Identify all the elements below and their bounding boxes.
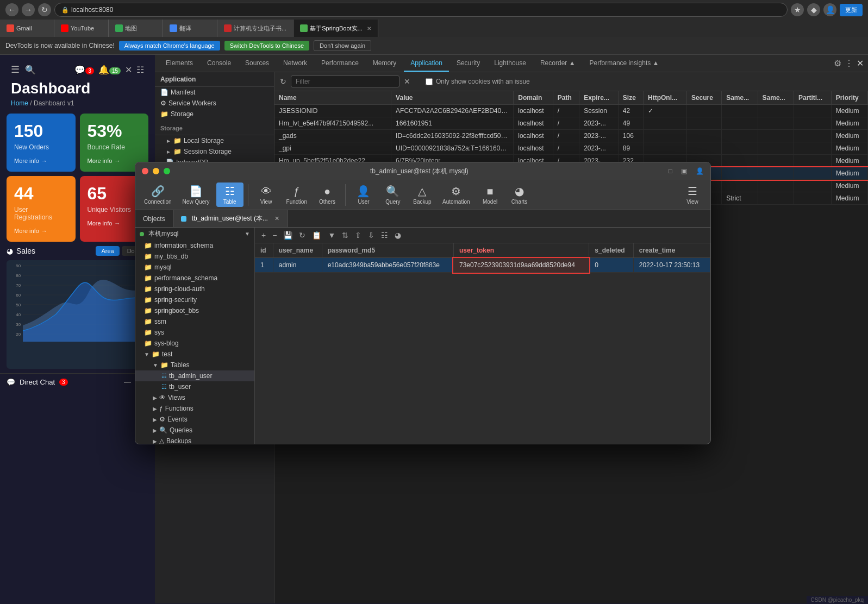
col-size[interactable]: Size bbox=[618, 91, 643, 105]
window-close-button[interactable] bbox=[142, 168, 148, 174]
col-priority[interactable]: Priority bbox=[831, 91, 867, 105]
card-orders-more[interactable]: More info → bbox=[14, 158, 68, 164]
commit-button[interactable]: 💾 bbox=[281, 230, 295, 241]
chart-data-button[interactable]: ☷ bbox=[379, 230, 390, 241]
match-language-button[interactable]: Always match Chrome's language bbox=[119, 41, 220, 51]
chat-minimize-icon[interactable]: — bbox=[124, 378, 131, 386]
tp-db-sys[interactable]: 📁 sys bbox=[135, 327, 254, 338]
col-domain[interactable]: Domain bbox=[514, 91, 553, 105]
dt-tab-sources[interactable]: Sources bbox=[239, 55, 276, 72]
dt-tab-perf-insights[interactable]: Performance insights ▲ bbox=[583, 55, 666, 72]
nav-refresh-button[interactable]: ↻ bbox=[38, 3, 51, 16]
update-button[interactable]: 更新 bbox=[840, 4, 863, 16]
col-samesite1[interactable]: Same... bbox=[722, 91, 758, 105]
tp-root-connection[interactable]: 本机mysql ▼ bbox=[135, 228, 254, 240]
tp-db-mysql[interactable]: 📁 mysql bbox=[135, 262, 254, 273]
visualize-button[interactable]: ◕ bbox=[392, 230, 403, 241]
card-reg-more[interactable]: More info → bbox=[14, 228, 68, 234]
cookie-row-hmlvt[interactable]: Hm_lvt_e5ef47b9f4715049592... 1661601951… bbox=[274, 117, 868, 130]
dt-tab-elements[interactable]: Elements bbox=[159, 55, 199, 72]
filter-data-button[interactable]: ▼ bbox=[326, 230, 338, 241]
breadcrumb-home[interactable]: Home bbox=[11, 99, 28, 107]
tp-tab-objects[interactable]: Objects bbox=[135, 210, 173, 227]
tp-views-node[interactable]: ▶ 👁 Views bbox=[135, 392, 254, 403]
col-samesite2[interactable]: Same... bbox=[758, 91, 794, 105]
tp-tab-admin-user[interactable]: tb_admin_user@test (本... ✕ bbox=[173, 210, 288, 227]
user-icon[interactable]: 👤 bbox=[696, 167, 704, 175]
export-button[interactable]: ⇧ bbox=[353, 230, 364, 241]
nav-back-button[interactable]: ← bbox=[5, 3, 18, 16]
switch-chinese-button[interactable]: Switch DevTools to Chinese bbox=[224, 41, 309, 51]
connection-button[interactable]: 🔗 Connection bbox=[140, 183, 176, 207]
card-bounce-more[interactable]: More info → bbox=[88, 158, 141, 164]
tp-db-spring-sec[interactable]: 📁 spring-security bbox=[135, 294, 254, 305]
col-value[interactable]: Value bbox=[391, 91, 514, 105]
messages-icon[interactable]: 💬3 bbox=[74, 65, 94, 75]
tab-gmail[interactable]: Gmail bbox=[0, 20, 54, 37]
view-toggle-icon[interactable]: □ bbox=[669, 167, 672, 175]
add-row-button[interactable]: + bbox=[259, 230, 268, 241]
card-visitors-more[interactable]: More info → bbox=[88, 220, 141, 226]
window-maximize-button[interactable] bbox=[164, 168, 170, 174]
col-path[interactable]: Path bbox=[553, 91, 579, 105]
col-name[interactable]: Name bbox=[274, 91, 391, 105]
col-user-token[interactable]: user_token bbox=[453, 243, 589, 258]
tp-db-springboot-bbs[interactable]: 📁 springboot_bbs bbox=[135, 305, 254, 316]
grid-icon[interactable]: ☷ bbox=[136, 65, 144, 75]
dt-tab-recorder[interactable]: Recorder ▲ bbox=[534, 55, 582, 72]
tp-db-my-bbs[interactable]: 📁 my_bbs_db bbox=[135, 251, 254, 262]
charts-button[interactable]: ◕ Charts bbox=[506, 183, 533, 207]
col-secure[interactable]: Secure bbox=[686, 91, 721, 105]
refresh-data-button[interactable]: ↻ bbox=[297, 230, 308, 241]
tab-maps[interactable]: 地图 bbox=[109, 20, 163, 37]
col-httponly[interactable]: HttpOnl... bbox=[644, 91, 687, 105]
tp-db-sys-blog[interactable]: 📁 sys-blog bbox=[135, 338, 254, 349]
col-id[interactable]: id bbox=[255, 243, 273, 258]
dt-tab-memory[interactable]: Memory bbox=[366, 55, 403, 72]
tp-db-ssm[interactable]: 📁 ssm bbox=[135, 316, 254, 327]
view-button[interactable]: 👁 View bbox=[253, 183, 280, 207]
data-row-1[interactable]: 1 admin e10adc3949ba59abbe56e057f20f883e… bbox=[255, 258, 710, 273]
function-button[interactable]: ƒ Function bbox=[282, 183, 311, 207]
cookie-issue-checkbox[interactable] bbox=[426, 78, 433, 85]
user-button[interactable]: 👤 User bbox=[350, 183, 377, 207]
dt-tab-network[interactable]: Network bbox=[277, 55, 314, 72]
devtools-more-icon[interactable]: ⋮ bbox=[845, 58, 853, 68]
hamburger-icon[interactable]: ☰ bbox=[11, 64, 20, 76]
col-s-deleted[interactable]: s_deleted bbox=[589, 243, 633, 258]
cookie-row-gpi[interactable]: _gpi UID=00000921838a752a:T=1661602073:R… bbox=[274, 142, 868, 155]
automation-button[interactable]: ⚙ Automation bbox=[438, 183, 474, 207]
notifications-icon[interactable]: 🔔15 bbox=[98, 65, 121, 75]
dt-tab-security[interactable]: Security bbox=[450, 55, 486, 72]
tp-tables-node[interactable]: ▼ 📁 Tables bbox=[135, 360, 254, 370]
tp-backups-node[interactable]: ▶ △ Backups bbox=[135, 436, 254, 444]
tree-session-storage[interactable]: ► 📁 Session Storage bbox=[155, 146, 274, 157]
view-right-button[interactable]: ☰ View bbox=[679, 183, 706, 207]
tp-db-perf[interactable]: 📁 performance_schema bbox=[135, 273, 254, 284]
dt-tab-console[interactable]: Console bbox=[201, 55, 238, 72]
devtools-close-icon[interactable]: ✕ bbox=[857, 58, 864, 68]
tab-close-icon[interactable]: ✕ bbox=[367, 26, 371, 32]
tab-csdn[interactable]: 计算机专业电子书... bbox=[217, 20, 294, 37]
dt-tab-performance[interactable]: Performance bbox=[315, 55, 365, 72]
bookmark-button[interactable]: ★ bbox=[791, 3, 804, 16]
tab-close-x[interactable]: ✕ bbox=[274, 215, 279, 222]
tp-table-user[interactable]: ☷ tb_user bbox=[135, 381, 254, 392]
others-button[interactable]: ● Others bbox=[314, 183, 341, 207]
tree-manifest[interactable]: 📄 Manifest bbox=[155, 87, 274, 98]
tree-storage-item[interactable]: 📁 Storage bbox=[155, 109, 274, 119]
import-button[interactable]: ⇩ bbox=[366, 230, 377, 241]
cookie-row-gads[interactable]: _gads ID=c6ddc2e16035092-22f3efffccd5001… bbox=[274, 130, 868, 142]
profile-button[interactable]: 👤 bbox=[823, 3, 836, 16]
cookie-row-jsessionid[interactable]: JSESSIONID AFCC7DA2A2C6B29426AEF2BD40C26… bbox=[274, 105, 868, 117]
tab-youtube[interactable]: YouTube bbox=[54, 20, 109, 37]
dt-tab-application[interactable]: Application bbox=[404, 55, 449, 72]
tp-db-test[interactable]: ▼ 📁 test bbox=[135, 349, 254, 360]
dont-show-button[interactable]: Don't show again bbox=[314, 40, 371, 51]
query-button[interactable]: 🔍 Query bbox=[379, 183, 407, 207]
panel-toggle-icon[interactable]: ▣ bbox=[681, 167, 687, 175]
tp-db-info-schema[interactable]: 📁 information_schema bbox=[135, 240, 254, 251]
window-minimize-button[interactable] bbox=[153, 168, 159, 174]
col-username[interactable]: user_name bbox=[273, 243, 322, 258]
dt-tab-lighthouse[interactable]: Lighthouse bbox=[488, 55, 533, 72]
